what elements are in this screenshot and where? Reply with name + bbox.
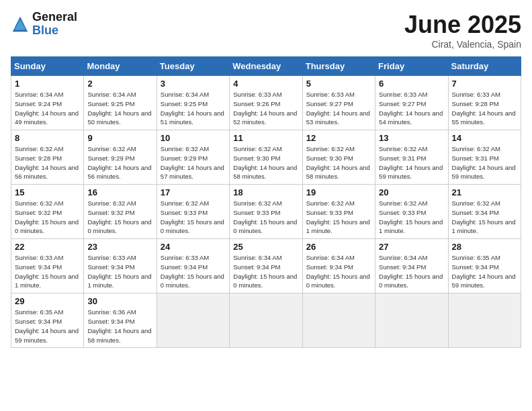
day-info: Sunrise: 6:34 AMSunset: 9:24 PMDaylight:… (15, 90, 80, 127)
calendar-week-5: 29Sunrise: 6:35 AMSunset: 9:34 PMDayligh… (11, 293, 521, 348)
day-number: 30 (87, 296, 152, 306)
calendar-week-4: 22Sunrise: 6:33 AMSunset: 9:34 PMDayligh… (11, 239, 521, 293)
day-info: Sunrise: 6:33 AMSunset: 9:34 PMDaylight:… (87, 253, 152, 290)
day-info: Sunrise: 6:33 AMSunset: 9:34 PMDaylight:… (15, 253, 80, 290)
calendar-day (230, 293, 302, 348)
day-info: Sunrise: 6:32 AMSunset: 9:28 PMDaylight:… (15, 144, 80, 181)
day-info: Sunrise: 6:34 AMSunset: 9:34 PMDaylight:… (233, 253, 298, 290)
calendar-day: 19Sunrise: 6:32 AMSunset: 9:33 PMDayligh… (302, 185, 375, 239)
calendar-day (375, 293, 448, 348)
logo: General Blue (11, 11, 77, 38)
day-info: Sunrise: 6:32 AMSunset: 9:29 PMDaylight:… (87, 144, 152, 181)
page-header: General Blue June 2025 Cirat, Valencia, … (11, 11, 521, 50)
column-header-wednesday: Wednesday (230, 57, 302, 76)
day-number: 17 (161, 187, 226, 197)
day-number: 8 (15, 133, 80, 143)
day-info: Sunrise: 6:32 AMSunset: 9:31 PMDaylight:… (379, 144, 444, 181)
calendar-day: 15Sunrise: 6:32 AMSunset: 9:32 PMDayligh… (11, 185, 84, 239)
calendar-day: 13Sunrise: 6:32 AMSunset: 9:31 PMDayligh… (375, 130, 448, 185)
month-title: June 2025 (404, 11, 521, 39)
day-info: Sunrise: 6:32 AMSunset: 9:31 PMDaylight:… (452, 144, 517, 181)
day-number: 6 (379, 79, 444, 89)
calendar-day: 4Sunrise: 6:33 AMSunset: 9:26 PMDaylight… (230, 76, 302, 130)
day-info: Sunrise: 6:33 AMSunset: 9:26 PMDaylight:… (233, 90, 298, 127)
day-info: Sunrise: 6:34 AMSunset: 9:34 PMDaylight:… (379, 253, 444, 290)
day-number: 5 (306, 79, 371, 89)
calendar-day: 10Sunrise: 6:32 AMSunset: 9:29 PMDayligh… (157, 130, 229, 185)
day-number: 1 (15, 79, 80, 89)
location-title: Cirat, Valencia, Spain (404, 39, 521, 50)
day-info: Sunrise: 6:32 AMSunset: 9:33 PMDaylight:… (379, 199, 444, 236)
day-info: Sunrise: 6:32 AMSunset: 9:32 PMDaylight:… (87, 199, 152, 236)
day-info: Sunrise: 6:35 AMSunset: 9:34 PMDaylight:… (15, 308, 80, 345)
day-number: 2 (87, 79, 152, 89)
day-number: 20 (379, 187, 444, 197)
logo-blue-text: Blue (32, 24, 77, 38)
column-header-saturday: Saturday (448, 57, 521, 76)
day-number: 9 (87, 133, 152, 143)
day-info: Sunrise: 6:32 AMSunset: 9:30 PMDaylight:… (306, 144, 371, 181)
column-header-monday: Monday (84, 57, 157, 76)
day-info: Sunrise: 6:32 AMSunset: 9:33 PMDaylight:… (161, 199, 226, 236)
logo-general-text: General (32, 11, 77, 24)
calendar-day: 11Sunrise: 6:32 AMSunset: 9:30 PMDayligh… (230, 130, 302, 185)
calendar-week-2: 8Sunrise: 6:32 AMSunset: 9:28 PMDaylight… (11, 130, 521, 185)
calendar-day: 16Sunrise: 6:32 AMSunset: 9:32 PMDayligh… (84, 185, 157, 239)
day-info: Sunrise: 6:34 AMSunset: 9:34 PMDaylight:… (306, 253, 371, 290)
calendar-day: 22Sunrise: 6:33 AMSunset: 9:34 PMDayligh… (11, 239, 84, 293)
day-number: 22 (15, 242, 80, 252)
column-header-thursday: Thursday (302, 57, 375, 76)
calendar-day: 20Sunrise: 6:32 AMSunset: 9:33 PMDayligh… (375, 185, 448, 239)
day-number: 16 (87, 187, 152, 197)
day-info: Sunrise: 6:36 AMSunset: 9:34 PMDaylight:… (87, 308, 152, 345)
day-info: Sunrise: 6:34 AMSunset: 9:25 PMDaylight:… (87, 90, 152, 127)
day-info: Sunrise: 6:33 AMSunset: 9:27 PMDaylight:… (306, 90, 371, 127)
day-info: Sunrise: 6:32 AMSunset: 9:33 PMDaylight:… (233, 199, 298, 236)
day-number: 4 (233, 79, 298, 89)
day-number: 13 (379, 133, 444, 143)
day-number: 15 (15, 187, 80, 197)
day-number: 3 (161, 79, 226, 89)
day-info: Sunrise: 6:32 AMSunset: 9:34 PMDaylight:… (452, 199, 517, 236)
day-info: Sunrise: 6:32 AMSunset: 9:30 PMDaylight:… (233, 144, 298, 181)
calendar-day: 29Sunrise: 6:35 AMSunset: 9:34 PMDayligh… (11, 293, 84, 348)
day-number: 29 (15, 296, 80, 306)
day-number: 14 (452, 133, 517, 143)
column-header-sunday: Sunday (11, 57, 84, 76)
column-header-friday: Friday (375, 57, 448, 76)
day-number: 21 (452, 187, 517, 197)
calendar-table: SundayMondayTuesdayWednesdayThursdayFrid… (11, 56, 521, 348)
day-info: Sunrise: 6:33 AMSunset: 9:34 PMDaylight:… (161, 253, 226, 290)
day-number: 7 (452, 79, 517, 89)
day-number: 18 (233, 187, 298, 197)
day-number: 26 (306, 242, 371, 252)
calendar-day: 23Sunrise: 6:33 AMSunset: 9:34 PMDayligh… (84, 239, 157, 293)
day-number: 19 (306, 187, 371, 197)
calendar-day: 3Sunrise: 6:34 AMSunset: 9:25 PMDaylight… (157, 76, 229, 130)
day-number: 23 (87, 242, 152, 252)
day-number: 10 (161, 133, 226, 143)
calendar-day: 2Sunrise: 6:34 AMSunset: 9:25 PMDaylight… (84, 76, 157, 130)
day-number: 24 (161, 242, 226, 252)
day-number: 11 (233, 133, 298, 143)
calendar-day (157, 293, 229, 348)
calendar-day: 12Sunrise: 6:32 AMSunset: 9:30 PMDayligh… (302, 130, 375, 185)
calendar-day: 18Sunrise: 6:32 AMSunset: 9:33 PMDayligh… (230, 185, 302, 239)
title-area: June 2025 Cirat, Valencia, Spain (404, 11, 521, 50)
calendar-day: 26Sunrise: 6:34 AMSunset: 9:34 PMDayligh… (302, 239, 375, 293)
calendar-day: 30Sunrise: 6:36 AMSunset: 9:34 PMDayligh… (84, 293, 157, 348)
day-header-row: SundayMondayTuesdayWednesdayThursdayFrid… (11, 57, 521, 76)
logo-icon (11, 15, 30, 34)
day-info: Sunrise: 6:32 AMSunset: 9:32 PMDaylight:… (15, 199, 80, 236)
calendar-day: 5Sunrise: 6:33 AMSunset: 9:27 PMDaylight… (302, 76, 375, 130)
day-number: 12 (306, 133, 371, 143)
day-number: 28 (452, 242, 517, 252)
calendar-day: 17Sunrise: 6:32 AMSunset: 9:33 PMDayligh… (157, 185, 229, 239)
calendar-day: 27Sunrise: 6:34 AMSunset: 9:34 PMDayligh… (375, 239, 448, 293)
calendar-day (448, 293, 521, 348)
calendar-day: 8Sunrise: 6:32 AMSunset: 9:28 PMDaylight… (11, 130, 84, 185)
calendar-day (302, 293, 375, 348)
calendar-day: 21Sunrise: 6:32 AMSunset: 9:34 PMDayligh… (448, 185, 521, 239)
calendar-week-3: 15Sunrise: 6:32 AMSunset: 9:32 PMDayligh… (11, 185, 521, 239)
day-info: Sunrise: 6:34 AMSunset: 9:25 PMDaylight:… (161, 90, 226, 127)
